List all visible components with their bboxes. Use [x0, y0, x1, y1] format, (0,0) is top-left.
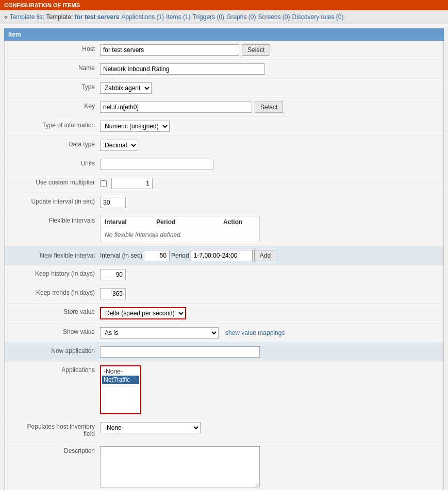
interval-col-header: Interval: [105, 218, 156, 226]
app-item-none[interactable]: -None-: [102, 367, 139, 376]
applications-field: -None- NetTraffic: [100, 364, 443, 416]
keep-trends-field: [100, 286, 443, 301]
period-col-header: Period: [156, 218, 223, 226]
flexible-intervals-row: Flexible intervals Interval Period Actio…: [5, 212, 443, 246]
store-value-row: Store value Delta (speed per second) As …: [5, 303, 443, 324]
type-row: Type Zabbix agent: [5, 79, 443, 98]
name-label: Name: [5, 62, 100, 74]
section-header: Item: [4, 28, 444, 41]
new-flexible-interval-field: Interval (in sec) Period Add: [100, 248, 443, 263]
period-label: Period: [171, 252, 189, 259]
show-value-row: Show value As is show value mappings: [5, 324, 443, 343]
populates-row: Populates host inventory field -None-: [5, 418, 443, 443]
type-select[interactable]: Zabbix agent: [100, 82, 152, 94]
action-col-header: Action: [223, 218, 264, 226]
template-name-link[interactable]: for test servers: [75, 13, 120, 21]
data-type-field: Decimal: [100, 138, 443, 153]
nav-graphs[interactable]: Graphs (0): [226, 13, 256, 21]
applications-list[interactable]: -None- NetTraffic: [100, 365, 141, 414]
custom-multiplier-row: Use custom multiplier: [5, 174, 443, 193]
name-field: [100, 62, 443, 76]
new-application-field: [100, 345, 443, 359]
units-input[interactable]: [100, 159, 213, 170]
template-label: Template: for test servers: [46, 13, 119, 21]
new-flexible-interval-row: New flexible interval Interval (in sec) …: [5, 246, 443, 265]
keep-history-input[interactable]: [100, 269, 126, 280]
units-field: [100, 157, 443, 172]
keep-trends-label: Keep trends (in days): [5, 286, 100, 299]
show-value-label: Show value: [5, 326, 100, 338]
key-input[interactable]: [100, 102, 252, 113]
units-label: Units: [5, 157, 100, 170]
breadcrumb-prefix: «: [4, 13, 8, 21]
page-header: CONFIGURATION OF ITEMS: [0, 0, 448, 10]
applications-label: Applications: [5, 364, 100, 376]
add-flexible-interval-button[interactable]: Add: [254, 250, 276, 261]
flexible-intervals-header: Interval Period Action: [101, 216, 259, 228]
new-application-input[interactable]: [100, 346, 260, 358]
page-title: CONFIGURATION OF ITEMS: [4, 2, 80, 8]
update-interval-input[interactable]: [100, 197, 126, 208]
flexible-intervals-field: Interval Period Action No flexible inter…: [100, 214, 443, 244]
show-value-select[interactable]: As is: [100, 327, 219, 339]
new-period-input[interactable]: [191, 250, 253, 261]
nav-screens[interactable]: Screens (0): [258, 13, 290, 21]
new-flexible-interval-label: New flexible interval: [5, 249, 100, 262]
store-value-select[interactable]: Delta (speed per second) As is Delta (si…: [100, 307, 186, 319]
key-row: Key Select: [5, 98, 443, 117]
host-label: Host: [5, 43, 100, 55]
populates-select[interactable]: -None-: [100, 422, 201, 433]
keep-history-label: Keep history (in days): [5, 267, 100, 280]
app-item-nettraffic[interactable]: NetTraffic: [102, 376, 139, 384]
item-form: Host Select Name Type Zabbix agent: [4, 41, 444, 490]
show-value-mappings-link[interactable]: show value mappings: [225, 329, 285, 336]
nav-triggers[interactable]: Triggers (0): [193, 13, 225, 21]
units-row: Units: [5, 155, 443, 174]
update-interval-field: [100, 195, 443, 210]
breadcrumb: « Template list Template: for test serve…: [0, 10, 448, 24]
type-label: Type: [5, 81, 100, 93]
show-value-field: As is show value mappings: [100, 326, 443, 340]
nav-items[interactable]: Items (1): [166, 13, 190, 21]
description-textarea[interactable]: [100, 446, 260, 487]
type-of-info-field: Numeric (unsigned): [100, 119, 443, 133]
type-of-info-select[interactable]: Numeric (unsigned): [100, 121, 170, 132]
data-type-label: Data type: [5, 138, 100, 150]
keep-trends-input[interactable]: [100, 288, 126, 299]
custom-multiplier-label: Use custom multiplier: [5, 176, 100, 189]
key-field: Select: [100, 100, 443, 114]
populates-label: Populates host inventory field: [5, 420, 100, 440]
applications-row: Applications -None- NetTraffic: [5, 362, 443, 418]
store-value-label: Store value: [5, 306, 100, 318]
new-application-label: New application: [5, 345, 100, 357]
data-type-row: Data type Decimal: [5, 136, 443, 155]
description-row: Description: [5, 443, 443, 490]
keep-history-field: [100, 267, 443, 282]
flexible-intervals-label: Flexible intervals: [5, 214, 100, 227]
type-field: Zabbix agent: [100, 81, 443, 95]
name-input[interactable]: [100, 63, 265, 75]
data-type-select[interactable]: Decimal: [100, 140, 138, 151]
host-field: Select: [100, 43, 443, 57]
description-label: Description: [5, 445, 100, 457]
multiplier-value-input[interactable]: [111, 178, 153, 189]
key-select-button[interactable]: Select: [255, 102, 283, 113]
update-interval-row: Update interval (in sec): [5, 193, 443, 212]
populates-field: -None-: [100, 420, 443, 435]
store-value-field: Delta (speed per second) As is Delta (si…: [100, 306, 443, 321]
template-list-link[interactable]: Template list: [10, 13, 44, 21]
new-application-row: New application: [5, 343, 443, 362]
nav-applications[interactable]: Applications (1): [121, 13, 164, 21]
flexible-intervals-table: Interval Period Action No flexible inter…: [100, 216, 260, 242]
host-select-button[interactable]: Select: [242, 44, 270, 56]
custom-multiplier-field: [100, 176, 443, 191]
host-input[interactable]: [100, 44, 239, 56]
type-of-info-row: Type of information Numeric (unsigned): [5, 117, 443, 136]
content-area: Item Host Select Name Type Zabbix agen: [0, 24, 448, 490]
nav-discovery-rules[interactable]: Discovery rules (0): [292, 13, 344, 21]
new-interval-input[interactable]: [144, 250, 170, 261]
update-interval-label: Update interval (in sec): [5, 195, 100, 208]
custom-multiplier-checkbox[interactable]: [100, 180, 107, 187]
host-row: Host Select: [5, 41, 443, 60]
keep-trends-row: Keep trends (in days): [5, 284, 443, 303]
